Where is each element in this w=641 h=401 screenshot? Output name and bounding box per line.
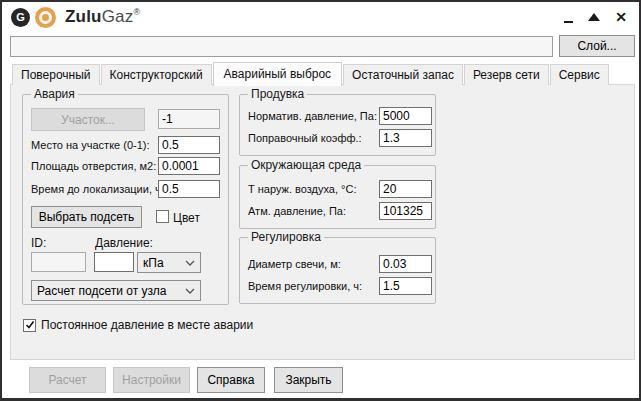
tab-rezerv-seti[interactable]: Резерв сети bbox=[464, 64, 549, 85]
constant-pressure-checkbox[interactable] bbox=[23, 319, 36, 332]
select-subnet-button[interactable]: Выбрать подсеть bbox=[31, 206, 142, 228]
correction-coeff-label: Поправочный коэфф.: bbox=[248, 132, 362, 144]
environment-group: Окружающая среда Т наруж. воздуха, °С: А… bbox=[239, 165, 436, 229]
logo-g-icon: G bbox=[11, 8, 30, 27]
id-input[interactable] bbox=[31, 252, 86, 272]
check-icon bbox=[25, 320, 35, 330]
localization-time-label: Время до локализации, ч: bbox=[31, 183, 164, 195]
section-id-field[interactable] bbox=[158, 109, 220, 129]
candle-diameter-row: Диаметр свечи, м: bbox=[248, 255, 427, 273]
place-on-section-row: Место на участке (0-1): bbox=[31, 136, 220, 154]
purge-group-title: Продувка bbox=[248, 87, 307, 101]
registered-mark: ® bbox=[133, 7, 140, 17]
maximize-icon bbox=[588, 13, 600, 21]
localization-time-row: Время до локализации, ч: bbox=[31, 180, 220, 198]
tab-page-emergency-release: Авария Участок... Место на участке (0-1)… bbox=[10, 84, 635, 360]
norm-pressure-row: Норматив. давление, Па: bbox=[248, 107, 427, 125]
place-on-section-input[interactable] bbox=[158, 136, 220, 154]
outside-temp-input[interactable] bbox=[379, 180, 432, 198]
outside-temp-label: Т наруж. воздуха, °С: bbox=[248, 183, 357, 195]
minimize-icon bbox=[564, 21, 573, 23]
app-title-gaz: Gaz bbox=[102, 7, 134, 26]
purge-group: Продувка Норматив. давление, Па: Поправо… bbox=[239, 94, 436, 156]
titlebar: G ZuluGaz® ✕ bbox=[2, 2, 639, 32]
pressure-input[interactable] bbox=[94, 252, 134, 272]
subnet-calc-mode-select[interactable]: Расчет подсети от узла bbox=[31, 280, 201, 301]
atm-pressure-row: Атм. давление, Па: bbox=[248, 202, 427, 220]
calc-button[interactable]: Расчет bbox=[29, 367, 106, 393]
atm-pressure-label: Атм. давление, Па: bbox=[248, 205, 346, 217]
tab-konstruktorsky[interactable]: Конструкторский bbox=[101, 64, 212, 85]
layer-button[interactable]: Слой... bbox=[559, 35, 635, 57]
pressure-unit-value: кПа bbox=[143, 256, 164, 270]
candle-diameter-label: Диаметр свечи, м: bbox=[248, 258, 341, 270]
tab-ostatochny-zapas[interactable]: Остаточный запас bbox=[343, 64, 463, 85]
zulugaz-dialog-window: G ZuluGaz® ✕ Слой... Поверочный Конструк… bbox=[0, 0, 641, 401]
maximize-button[interactable] bbox=[588, 13, 600, 21]
norm-pressure-label: Норматив. давление, Па: bbox=[248, 110, 377, 122]
chevron-down-icon bbox=[185, 260, 195, 266]
section-button[interactable]: Участок... bbox=[31, 108, 145, 131]
tab-avariyny-vybros[interactable]: Аварийный выброс bbox=[213, 62, 343, 86]
close-button[interactable]: ✕ bbox=[615, 8, 627, 26]
constant-pressure-row: Постоянное давление в месте аварии bbox=[23, 318, 253, 332]
outside-temp-row: Т наруж. воздуха, °С: bbox=[248, 180, 427, 198]
pressure-unit-select[interactable]: кПа bbox=[137, 252, 201, 273]
norm-pressure-input[interactable] bbox=[379, 107, 432, 125]
color-checkbox-label: Цвет bbox=[173, 211, 200, 225]
accident-group-title: Авария bbox=[31, 87, 78, 101]
hole-area-input[interactable] bbox=[158, 157, 220, 175]
close-icon: ✕ bbox=[615, 9, 627, 25]
pressure-label: Давление: bbox=[95, 236, 153, 250]
candle-diameter-input[interactable] bbox=[379, 255, 432, 273]
close-dialog-button[interactable]: Закрыть bbox=[274, 367, 343, 393]
window-controls: ✕ bbox=[564, 8, 627, 26]
settings-button[interactable]: Настройки bbox=[113, 367, 190, 393]
tab-strip: Поверочный Конструкторский Аварийный выб… bbox=[12, 61, 610, 85]
app-title-zulu: Zulu bbox=[65, 7, 102, 26]
toolbar: Слой... bbox=[10, 35, 635, 57]
correction-coeff-row: Поправочный коэфф.: bbox=[248, 129, 427, 147]
minimize-button[interactable] bbox=[564, 12, 573, 23]
help-button[interactable]: Справка bbox=[197, 367, 265, 393]
regulation-group-title: Регулировка bbox=[248, 230, 324, 244]
logo-ring-icon bbox=[35, 7, 56, 28]
regulation-group: Регулировка Диаметр свечи, м: Время регу… bbox=[239, 237, 436, 304]
hole-area-label: Площадь отверстия, м2: bbox=[31, 160, 156, 172]
constant-pressure-label: Постоянное давление в месте аварии bbox=[41, 318, 253, 332]
localization-time-input[interactable] bbox=[158, 180, 220, 198]
regulation-time-input[interactable] bbox=[379, 277, 432, 295]
layer-path-field[interactable] bbox=[10, 36, 553, 57]
tab-servis[interactable]: Сервис bbox=[550, 64, 609, 85]
app-title: ZuluGaz® bbox=[65, 7, 140, 27]
chevron-down-icon bbox=[185, 288, 195, 294]
regulation-time-row: Время регулировки, ч: bbox=[248, 277, 427, 295]
color-checkbox[interactable] bbox=[156, 210, 169, 223]
accident-group: Авария Участок... Место на участке (0-1)… bbox=[22, 94, 229, 305]
subnet-calc-mode-value: Расчет подсети от узла bbox=[37, 284, 167, 298]
tab-poverochny[interactable]: Поверочный bbox=[12, 64, 100, 85]
place-on-section-label: Место на участке (0-1): bbox=[31, 139, 150, 151]
id-label: ID: bbox=[31, 236, 46, 250]
atm-pressure-input[interactable] bbox=[379, 202, 432, 220]
regulation-time-label: Время регулировки, ч: bbox=[248, 280, 362, 292]
correction-coeff-input[interactable] bbox=[379, 129, 432, 147]
hole-area-row: Площадь отверстия, м2: bbox=[31, 157, 220, 175]
environment-group-title: Окружающая среда bbox=[248, 158, 364, 172]
